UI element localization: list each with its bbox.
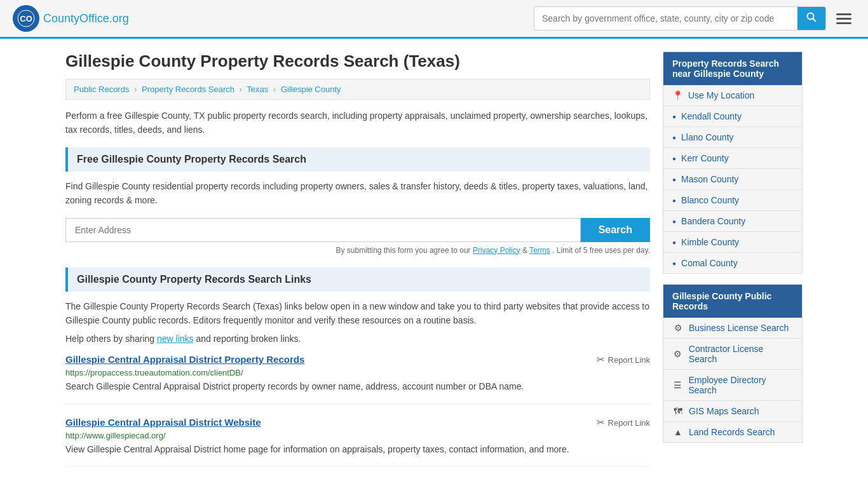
nearby-county-5[interactable]: ● Bandera County — [663, 211, 802, 232]
header-right — [534, 6, 855, 30]
help-text: Help others by sharing new links and rep… — [65, 334, 650, 344]
dot-icon-4: ● — [672, 197, 676, 204]
address-input[interactable] — [65, 218, 581, 242]
nearby-counties-header: Property Records Search near Gillespie C… — [663, 52, 802, 85]
nearby-county-1[interactable]: ● Llano County — [663, 127, 802, 148]
nearby-county-link-0[interactable]: Kendall County — [681, 111, 742, 121]
public-record-link-0[interactable]: Business License Search — [689, 323, 789, 333]
nearby-county-7[interactable]: ● Comal County — [663, 253, 802, 273]
address-search-area: Search By submitting this form you agree… — [65, 218, 650, 255]
use-location-link[interactable]: Use My Location — [688, 90, 754, 100]
svg-point-2 — [808, 13, 814, 20]
nearby-county-link-4[interactable]: Blanco County — [681, 195, 739, 205]
nearby-county-link-2[interactable]: Kerr County — [681, 153, 729, 163]
public-record-1[interactable]: ⚙ Contractor License Search — [663, 339, 802, 370]
terms-link[interactable]: Terms — [529, 246, 550, 255]
search-button[interactable]: Search — [581, 218, 650, 242]
gear-icon-0: ⚙ — [672, 323, 684, 333]
page-title: Gillespie County Property Records Search… — [65, 51, 650, 71]
public-record-3[interactable]: 🗺 GIS Maps Search — [663, 401, 802, 422]
link-title-1[interactable]: Gillespie Central Appraisal District Pro… — [65, 354, 304, 365]
link-url-1[interactable]: https://propaccess.trueautomation.com/cl… — [65, 368, 650, 377]
main-content: Gillespie County Property Records Search… — [65, 51, 650, 480]
public-record-2[interactable]: ☰ Employee Directory Search — [663, 370, 802, 401]
land-icon-4: ▲ — [672, 427, 684, 437]
map-icon-3: 🗺 — [672, 406, 684, 416]
nearby-county-link-5[interactable]: Bandera County — [681, 216, 745, 226]
public-record-link-2[interactable]: Employee Directory Search — [688, 375, 793, 395]
nearby-county-link-1[interactable]: Llano County — [681, 132, 734, 142]
nearby-county-4[interactable]: ● Blanco County — [663, 190, 802, 211]
nearby-county-link-6[interactable]: Kimble County — [681, 237, 739, 247]
link-desc-2: View Gillespie Central Appraisal Distric… — [65, 443, 650, 456]
free-search-desc: Find Gillespie County residential proper… — [65, 179, 650, 208]
nearby-county-link-3[interactable]: Mason County — [681, 174, 738, 184]
dot-icon-0: ● — [672, 113, 676, 120]
public-record-link-1[interactable]: Contractor License Search — [689, 344, 793, 364]
page-description: Perform a free Gillespie County, TX publ… — [65, 109, 650, 137]
report-icon-1: ✂ — [597, 354, 605, 365]
links-section: Gillespie County Property Records Search… — [65, 268, 650, 468]
nearby-county-link-7[interactable]: Comal County — [681, 258, 738, 268]
privacy-policy-link[interactable]: Privacy Policy — [473, 246, 520, 255]
dot-icon-7: ● — [672, 260, 676, 267]
gear-icon-1: ⚙ — [672, 349, 684, 359]
svg-line-3 — [813, 19, 817, 22]
nearby-county-6[interactable]: ● Kimble County — [663, 232, 802, 253]
nearby-counties-section: Property Records Search near Gillespie C… — [663, 51, 803, 274]
report-icon-2: ✂ — [597, 417, 605, 428]
dot-icon-2: ● — [672, 155, 676, 162]
public-record-link-3[interactable]: GIS Maps Search — [689, 406, 759, 416]
header-search-input[interactable] — [534, 8, 797, 29]
header-search[interactable] — [534, 6, 826, 30]
breadcrumb: Public Records › Property Records Search… — [65, 79, 650, 100]
site-header: CO CountyOffice.org — [0, 0, 868, 39]
free-search-header: Free Gillespie County Property Records S… — [65, 147, 650, 172]
nearby-county-2[interactable]: ● Kerr County — [663, 148, 802, 169]
location-icon: 📍 — [672, 90, 683, 100]
svg-text:CO: CO — [20, 14, 32, 24]
list-icon-2: ☰ — [672, 380, 683, 390]
form-disclaimer: By submitting this form you agree to our… — [65, 246, 650, 255]
use-my-location[interactable]: 📍 Use My Location — [663, 85, 802, 106]
public-record-0[interactable]: ⚙ Business License Search — [663, 318, 802, 339]
link-desc-1: Search Gillespie Central Appraisal Distr… — [65, 380, 650, 393]
dot-icon-6: ● — [672, 239, 676, 246]
main-container: Gillespie County Property Records Search… — [53, 39, 815, 488]
nearby-county-0[interactable]: ● Kendall County — [663, 106, 802, 127]
dot-icon-3: ● — [672, 176, 676, 183]
public-records-section: Gillespie County Public Records ⚙ Busine… — [663, 284, 803, 443]
link-url-2[interactable]: http://www.gillespiecad.org/ — [65, 431, 650, 440]
logo-icon: CO — [13, 5, 39, 32]
sidebar: Property Records Search near Gillespie C… — [663, 51, 803, 480]
link-entry-2: Gillespie Central Appraisal District Web… — [65, 417, 650, 467]
link-title-2[interactable]: Gillespie Central Appraisal District Web… — [65, 417, 261, 428]
breadcrumb-gillespie-county[interactable]: Gillespie County — [281, 85, 341, 94]
dot-icon-5: ● — [672, 218, 676, 225]
dot-icon-1: ● — [672, 134, 676, 141]
breadcrumb-public-records[interactable]: Public Records — [74, 85, 129, 94]
public-records-header: Gillespie County Public Records — [663, 285, 802, 318]
new-links-link[interactable]: new links — [157, 334, 194, 344]
breadcrumb-texas[interactable]: Texas — [247, 85, 268, 94]
link-entry-1: Gillespie Central Appraisal District Pro… — [65, 354, 650, 404]
address-input-row: Search — [65, 218, 650, 242]
hamburger-menu[interactable] — [832, 10, 855, 28]
public-record-link-4[interactable]: Land Records Search — [689, 427, 775, 437]
nearby-county-3[interactable]: ● Mason County — [663, 169, 802, 190]
logo-text: CountyOffice.org — [43, 12, 129, 25]
header-search-button[interactable] — [797, 7, 825, 30]
breadcrumb-property-records-search[interactable]: Property Records Search — [142, 85, 234, 94]
public-record-4[interactable]: ▲ Land Records Search — [663, 422, 802, 442]
report-link-1[interactable]: ✂ Report Link — [597, 354, 650, 365]
logo[interactable]: CO CountyOffice.org — [13, 5, 129, 32]
links-section-desc: The Gillespie County Property Records Se… — [65, 299, 650, 328]
report-link-2[interactable]: ✂ Report Link — [597, 417, 650, 428]
links-section-header: Gillespie County Property Records Search… — [65, 268, 650, 292]
